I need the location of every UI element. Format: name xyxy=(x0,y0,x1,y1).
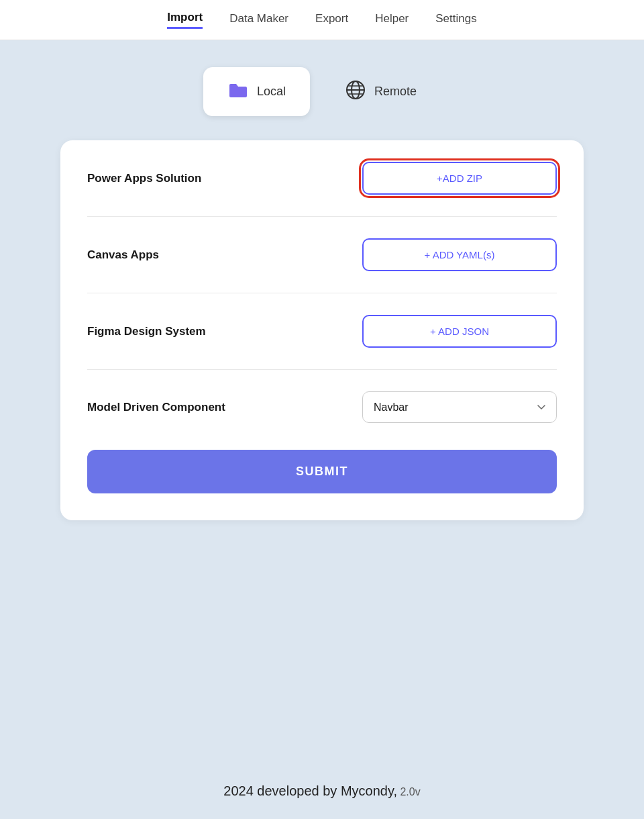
folder-icon xyxy=(227,79,249,104)
tab-export[interactable]: Export xyxy=(315,12,348,28)
main-content: Local Remote Power Apps Solution +ADD ZI… xyxy=(0,40,644,757)
figma-row: Figma Design System + ADD JSON xyxy=(87,293,557,370)
tab-helper[interactable]: Helper xyxy=(375,12,409,28)
add-zip-button[interactable]: +ADD ZIP xyxy=(362,162,557,195)
globe-icon xyxy=(345,79,366,104)
import-card: Power Apps Solution +ADD ZIP Canvas Apps… xyxy=(60,140,584,520)
source-local[interactable]: Local xyxy=(203,67,310,116)
tab-import[interactable]: Import xyxy=(167,11,203,29)
footer: 2024 developed by Mycondy, 2.0v xyxy=(0,757,644,819)
model-driven-label: Model Driven Component xyxy=(87,401,225,414)
add-yaml-button[interactable]: + ADD YAML(s) xyxy=(362,238,557,271)
tab-settings[interactable]: Settings xyxy=(435,12,476,28)
source-remote-label: Remote xyxy=(374,85,417,99)
power-apps-label: Power Apps Solution xyxy=(87,172,201,185)
source-selector: Local Remote xyxy=(203,67,441,116)
source-local-label: Local xyxy=(257,85,286,99)
model-driven-dropdown[interactable]: Navbar Form Grid Dashboard xyxy=(362,391,557,423)
nav-bar: Import Data Maker Export Helper Settings xyxy=(0,0,644,40)
power-apps-row: Power Apps Solution +ADD ZIP xyxy=(87,140,557,217)
source-remote[interactable]: Remote xyxy=(321,67,441,116)
canvas-apps-label: Canvas Apps xyxy=(87,248,159,262)
nav-tabs: Import Data Maker Export Helper Settings xyxy=(167,11,476,29)
footer-text: 2024 developed by Mycondy, xyxy=(223,783,397,798)
submit-button[interactable]: SUBMIT xyxy=(87,450,557,493)
model-driven-row: Model Driven Component Navbar Form Grid … xyxy=(87,370,557,444)
canvas-apps-row: Canvas Apps + ADD YAML(s) xyxy=(87,217,557,293)
tab-data-maker[interactable]: Data Maker xyxy=(229,12,288,28)
footer-version: 2.0v xyxy=(397,786,421,798)
figma-label: Figma Design System xyxy=(87,325,206,338)
add-json-button[interactable]: + ADD JSON xyxy=(362,315,557,348)
